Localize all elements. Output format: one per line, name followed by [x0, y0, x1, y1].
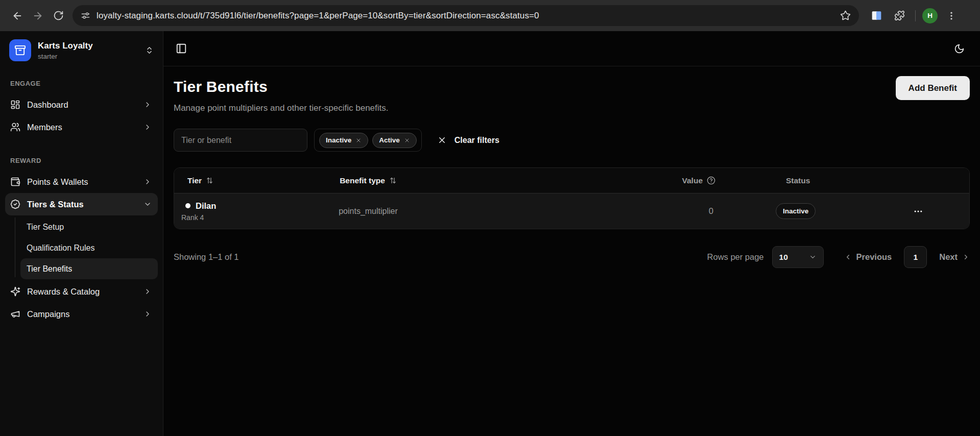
sidebar-item-label: Members — [27, 123, 62, 132]
section-label-reward: REWARD — [5, 157, 158, 171]
tier-color-dot — [185, 203, 190, 208]
workspace-plan: starter — [38, 53, 93, 60]
star-icon — [840, 10, 851, 21]
row-menu-button[interactable] — [911, 204, 926, 219]
browser-back-button[interactable] — [7, 6, 28, 26]
results-count: Showing 1–1 of 1 — [174, 252, 239, 262]
sidebar-item-label: Dashboard — [27, 100, 68, 110]
close-icon[interactable] — [355, 137, 362, 143]
workspace-logo — [9, 39, 31, 61]
puzzle-icon — [894, 10, 905, 21]
chip-active[interactable]: Active — [372, 133, 417, 148]
arrow-right-icon — [32, 10, 43, 21]
chevrons-up-down-icon[interactable] — [145, 46, 154, 55]
sidebar-item-points-wallets[interactable]: Points & Wallets — [5, 171, 158, 193]
help-circle-icon[interactable] — [707, 176, 715, 185]
close-icon[interactable] — [404, 137, 410, 143]
clear-filters-button[interactable]: Clear filters — [455, 136, 499, 145]
users-icon — [10, 122, 20, 132]
wallet-icon — [10, 177, 20, 187]
table-row: Dilan Rank 4 points_multiplier 0 Inactiv… — [174, 193, 969, 229]
sidebar-subitem-tier-benefits[interactable]: Tier Benefits — [20, 258, 158, 279]
chip-label: Inactive — [326, 136, 351, 144]
sidebar-subitem-label: Qualification Rules — [27, 244, 94, 253]
moon-icon — [954, 43, 965, 54]
sidebar-subitem-tier-setup[interactable]: Tier Setup — [20, 216, 158, 237]
column-header-tier[interactable]: Tier — [174, 176, 276, 185]
sidebar-subitem-qualification-rules[interactable]: Qualification Rules — [20, 237, 158, 258]
sidebar: Karts Loyalty starter ENGAGE Dashboard M… — [0, 31, 163, 436]
filter-bar: Inactive Active Clear filters — [174, 129, 970, 152]
sidebar-toggle-button[interactable] — [176, 43, 187, 54]
chevron-right-icon — [144, 178, 152, 186]
current-page-button[interactable]: 1 — [904, 246, 927, 268]
table-header-row: Tier Benefit type Value Status — [174, 168, 969, 193]
sidebar-item-dashboard[interactable]: Dashboard — [5, 93, 158, 116]
reload-icon — [53, 10, 64, 21]
profile-avatar[interactable]: H — [922, 8, 938, 23]
chevron-left-icon — [844, 253, 852, 261]
sidebar-subitem-label: Tier Benefits — [27, 264, 72, 274]
sidebar-item-members[interactable]: Members — [5, 116, 158, 138]
sidebar-item-label: Tiers & Status — [27, 200, 84, 209]
site-info-icon[interactable] — [81, 11, 90, 20]
main-area: Tier Benefits Manage point multipliers a… — [163, 31, 980, 436]
sort-icon — [206, 177, 213, 184]
arrow-left-icon — [12, 10, 23, 21]
sort-icon — [389, 177, 397, 184]
clear-filters-x-icon[interactable] — [437, 135, 447, 145]
cell-tier: Dilan Rank 4 — [174, 201, 276, 222]
address-bar[interactable]: loyalty-staging.karts.cloud/t/735d91l6/t… — [73, 5, 859, 26]
browser-toolbar: loyalty-staging.karts.cloud/t/735d91l6/t… — [0, 0, 980, 31]
sparkles-icon — [10, 286, 20, 297]
sidebar-item-rewards-catalog[interactable]: Rewards & Catalog — [5, 280, 158, 303]
cell-status: Inactive — [767, 203, 910, 219]
megaphone-icon — [10, 309, 20, 319]
chevron-right-icon — [962, 253, 970, 261]
browser-reload-button[interactable] — [48, 6, 68, 26]
status-filter-chips: Inactive Active — [314, 129, 422, 152]
chevron-down-icon — [809, 253, 817, 261]
archive-icon — [14, 44, 26, 56]
add-benefit-button[interactable]: Add Benefit — [896, 76, 970, 100]
badge-check-icon — [10, 199, 20, 209]
theme-toggle-button[interactable] — [954, 43, 965, 54]
sidebar-item-campaigns[interactable]: Campaigns — [5, 303, 158, 325]
status-badge: Inactive — [776, 203, 816, 219]
extensions-button[interactable] — [890, 7, 909, 25]
ellipsis-icon — [913, 206, 923, 216]
toolbar-divider — [915, 10, 916, 21]
column-header-value: Value — [460, 176, 767, 185]
tune-icon — [81, 11, 90, 20]
section-label-engage: ENGAGE — [5, 80, 158, 93]
next-page-button[interactable]: Next — [939, 252, 970, 262]
browser-forward-button[interactable] — [28, 6, 48, 26]
side-panel-button[interactable] — [867, 7, 886, 25]
sidebar-item-label: Points & Wallets — [27, 177, 88, 187]
url-text: loyalty-staging.karts.cloud/t/735d91l6/t… — [97, 11, 834, 21]
browser-menu-button[interactable] — [942, 7, 961, 25]
page-subtitle: Manage point multipliers and other tier-… — [174, 103, 389, 113]
workspace-name: Karts Loyalty — [38, 41, 93, 51]
sidebar-item-tiers-status[interactable]: Tiers & Status — [5, 193, 158, 215]
tier-rank: Rank 4 — [181, 213, 276, 222]
panel-left-icon — [176, 43, 187, 54]
cell-actions — [910, 204, 969, 219]
page-content: Tier Benefits Manage point multipliers a… — [163, 66, 980, 269]
column-header-benefit-type[interactable]: Benefit type — [276, 176, 460, 185]
chip-inactive[interactable]: Inactive — [319, 133, 368, 148]
bookmark-star-icon[interactable] — [840, 10, 851, 21]
previous-page-button[interactable]: Previous — [844, 252, 892, 262]
page-header: Tier Benefits Manage point multipliers a… — [174, 79, 970, 113]
search-input[interactable] — [174, 129, 307, 152]
chevron-right-icon — [144, 101, 152, 109]
rows-per-page-value: 10 — [779, 253, 788, 262]
rows-per-page-select[interactable]: 10 — [772, 246, 824, 268]
tiers-status-submenu: Tier Setup Qualification Rules Tier Bene… — [5, 215, 158, 280]
tier-name: Dilan — [196, 201, 216, 211]
browser-actions: H — [867, 7, 961, 25]
workspace-switcher[interactable]: Karts Loyalty starter — [5, 31, 158, 61]
benefits-table: Tier Benefit type Value Status — [174, 167, 970, 229]
chip-label: Active — [379, 136, 400, 144]
dashboard-icon — [10, 100, 20, 110]
